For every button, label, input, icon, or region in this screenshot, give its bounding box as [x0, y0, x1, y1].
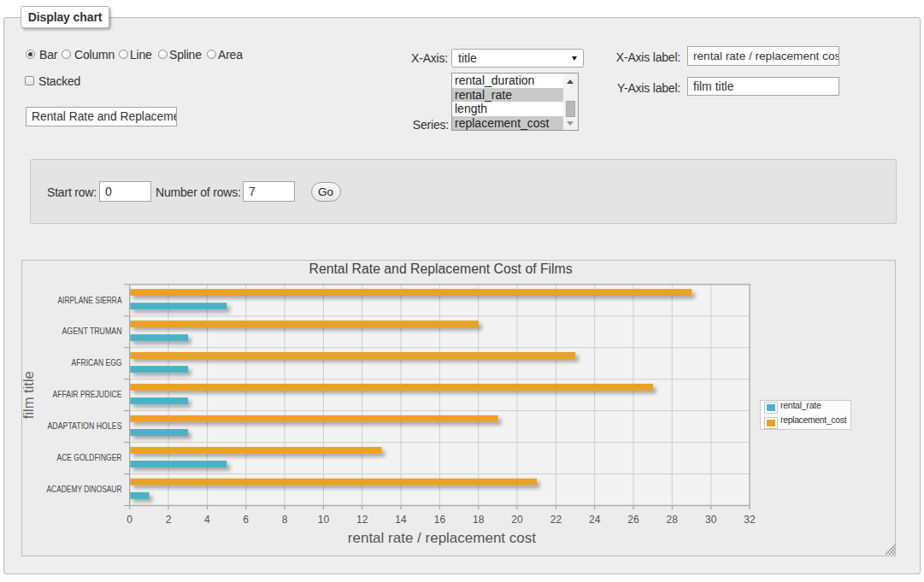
svg-text:32: 32 — [744, 514, 756, 526]
svg-text:ACADEMY DINOSAUR: ACADEMY DINOSAUR — [47, 485, 122, 494]
svg-text:AIRPLANE SIERRA: AIRPLANE SIERRA — [58, 296, 122, 305]
svg-text:24: 24 — [589, 514, 601, 526]
svg-text:20: 20 — [511, 514, 523, 526]
svg-text:22: 22 — [550, 514, 562, 526]
svg-text:6: 6 — [243, 514, 249, 526]
svg-text:16: 16 — [434, 514, 446, 526]
svg-text:18: 18 — [473, 514, 485, 526]
svg-text:Rental Rate and Replacement Co: Rental Rate and Replacement Cost of Film… — [309, 262, 573, 276]
svg-text:ADAPTATION HOLES: ADAPTATION HOLES — [48, 421, 122, 431]
svg-text:4: 4 — [204, 514, 210, 526]
svg-text:30: 30 — [705, 514, 717, 526]
svg-text:2: 2 — [166, 514, 172, 526]
svg-text:10: 10 — [318, 514, 330, 526]
svg-text:AGENT TRUMAN: AGENT TRUMAN — [62, 326, 122, 336]
svg-text:8: 8 — [282, 514, 288, 526]
svg-text:AFRICAN EGG: AFRICAN EGG — [72, 358, 122, 367]
svg-text:0: 0 — [127, 514, 132, 526]
svg-text:26: 26 — [627, 514, 639, 526]
svg-text:12: 12 — [356, 514, 368, 526]
svg-text:ACE GOLDFINGER: ACE GOLDFINGER — [57, 453, 122, 462]
svg-text:28: 28 — [667, 514, 679, 526]
svg-text:14: 14 — [395, 514, 407, 526]
svg-text:rental rate / replacement cost: rental rate / replacement cost — [348, 530, 536, 546]
svg-text:film title: film title — [22, 371, 36, 419]
svg-text:AFFAIR PREJUDICE: AFFAIR PREJUDICE — [53, 390, 122, 399]
